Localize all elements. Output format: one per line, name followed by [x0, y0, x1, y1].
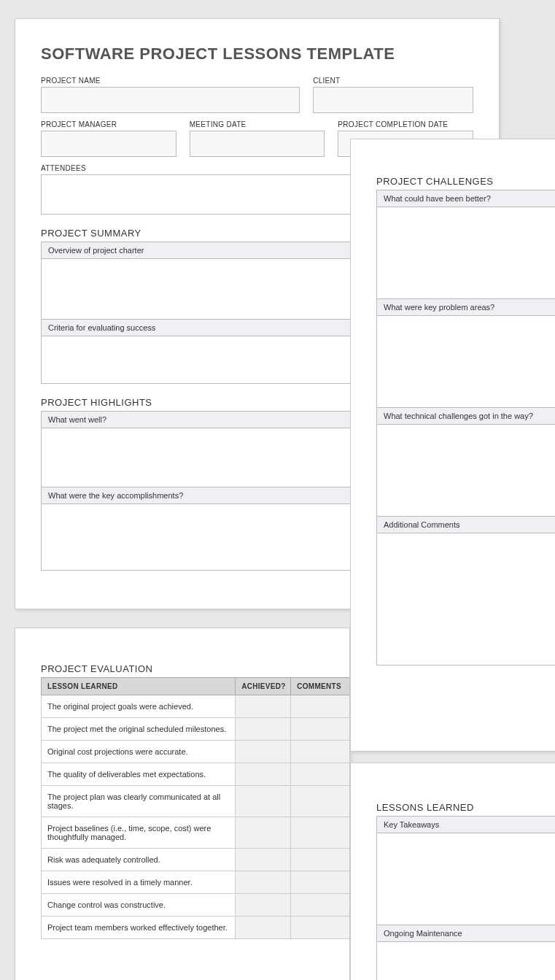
eval-cell-comments[interactable]	[291, 917, 349, 939]
page-2: PROJECT CHALLENGES What could have been …	[350, 139, 555, 752]
table-row: Issues were resolved in a timely manner.	[42, 871, 350, 894]
eval-col-comments: COMMENTS	[291, 678, 349, 695]
eval-cell-comments[interactable]	[291, 763, 349, 786]
eval-cell-achieved[interactable]	[236, 917, 291, 939]
eval-cell-lesson: The quality of deliverables met expectat…	[42, 763, 236, 786]
table-row: Original cost projections were accurate.	[42, 741, 350, 763]
challenges-body-1[interactable]	[377, 316, 555, 407]
eval-cell-comments[interactable]	[291, 894, 349, 917]
eval-cell-achieved[interactable]	[236, 849, 291, 871]
input-meeting-date[interactable]	[190, 131, 325, 157]
input-client[interactable]	[313, 87, 473, 113]
table-row: The project met the original scheduled m…	[42, 718, 350, 741]
lessons-body-0[interactable]	[377, 833, 555, 925]
eval-cell-comments[interactable]	[291, 718, 349, 741]
eval-col-lesson: LESSON LEARNED	[42, 678, 236, 695]
eval-cell-achieved[interactable]	[236, 817, 291, 849]
label-meeting-date: MEETING DATE	[190, 120, 325, 128]
eval-cell-lesson: The project met the original scheduled m…	[42, 718, 236, 741]
eval-cell-comments[interactable]	[291, 741, 349, 763]
input-project-manager[interactable]	[41, 131, 176, 157]
table-row: Project baselines (i.e., time, scope, co…	[42, 817, 350, 849]
challenges-item-1: What were key problem areas?	[376, 298, 555, 408]
eval-cell-achieved[interactable]	[236, 894, 291, 917]
table-row: The quality of deliverables met expectat…	[42, 763, 350, 786]
eval-cell-comments[interactable]	[291, 871, 349, 894]
challenges-body-2[interactable]	[377, 425, 555, 516]
challenges-item-2: What technical challenges got in the way…	[376, 407, 555, 517]
challenges-body-0[interactable]	[377, 207, 555, 298]
label-client: CLIENT	[313, 77, 473, 85]
section-title-challenges: PROJECT CHALLENGES	[376, 176, 555, 187]
eval-cell-lesson: Risk was adequately controlled.	[42, 849, 236, 871]
eval-cell-lesson: The project plan was clearly communicate…	[42, 786, 236, 817]
eval-cell-comments[interactable]	[291, 695, 349, 718]
table-row: Risk was adequately controlled.	[42, 849, 350, 871]
challenges-header-1: What were key problem areas?	[377, 299, 555, 316]
lessons-header-0: Key Takeaways	[377, 817, 555, 833]
challenges-header-0: What could have been better?	[377, 190, 555, 207]
eval-cell-comments[interactable]	[291, 786, 349, 817]
page-4: LESSONS LEARNED Key Takeaways Ongoing Ma…	[350, 763, 555, 980]
challenges-body-3[interactable]	[377, 533, 555, 665]
document-title: SOFTWARE PROJECT LESSONS TEMPLATE	[41, 45, 473, 63]
eval-cell-comments[interactable]	[291, 817, 349, 849]
eval-cell-comments[interactable]	[291, 849, 349, 871]
eval-cell-achieved[interactable]	[236, 741, 291, 763]
eval-cell-lesson: The original project goals were achieved…	[42, 695, 236, 718]
eval-cell-achieved[interactable]	[236, 718, 291, 741]
eval-cell-lesson: Project team members worked effectively …	[42, 917, 236, 939]
evaluation-tbody: The original project goals were achieved…	[42, 695, 350, 939]
eval-cell-achieved[interactable]	[236, 695, 291, 718]
page-3: PROJECT EVALUATION LESSON LEARNED ACHIEV…	[15, 628, 350, 980]
table-row: The project plan was clearly communicate…	[42, 786, 350, 817]
eval-cell-achieved[interactable]	[236, 763, 291, 786]
eval-cell-lesson: Change control was constructive.	[42, 894, 236, 917]
eval-cell-lesson: Project baselines (i.e., time, scope, co…	[42, 817, 236, 849]
challenges-item-3: Additional Comments	[376, 516, 555, 665]
label-project-manager: PROJECT MANAGER	[41, 120, 176, 128]
input-project-name[interactable]	[41, 87, 300, 113]
challenges-header-2: What technical challenges got in the way…	[377, 408, 555, 425]
lessons-body-1[interactable]	[377, 942, 555, 980]
label-completion-date: PROJECT COMPLETION DATE	[338, 120, 473, 128]
lessons-item-0: Key Takeaways	[376, 816, 555, 925]
section-title-lessons: LESSONS LEARNED	[376, 802, 555, 813]
evaluation-table: LESSON LEARNED ACHIEVED? COMMENTS The or…	[41, 677, 349, 939]
lessons-item-1: Ongoing Maintenance	[376, 925, 555, 980]
challenges-header-3: Additional Comments	[377, 517, 555, 533]
eval-cell-lesson: Issues were resolved in a timely manner.	[42, 871, 236, 894]
challenges-item-0: What could have been better?	[376, 190, 555, 299]
section-title-evaluation: PROJECT EVALUATION	[41, 663, 349, 674]
eval-col-achieved: ACHIEVED?	[236, 678, 291, 695]
table-row: The original project goals were achieved…	[42, 695, 350, 718]
lessons-header-1: Ongoing Maintenance	[377, 925, 555, 942]
table-row: Project team members worked effectively …	[42, 917, 350, 939]
eval-cell-lesson: Original cost projections were accurate.	[42, 741, 236, 763]
eval-cell-achieved[interactable]	[236, 786, 291, 817]
label-project-name: PROJECT NAME	[41, 77, 300, 85]
eval-cell-achieved[interactable]	[236, 871, 291, 894]
table-row: Change control was constructive.	[42, 894, 350, 917]
